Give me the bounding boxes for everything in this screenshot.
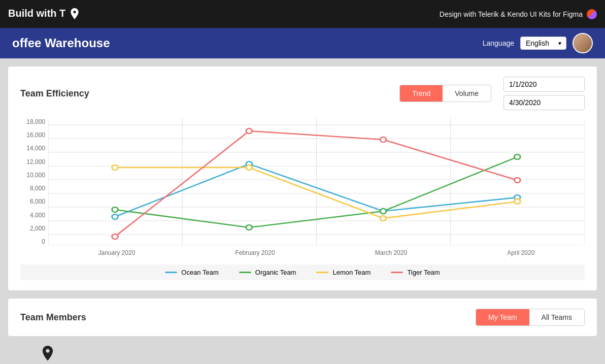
avatar[interactable] bbox=[573, 33, 593, 53]
y-axis: 18,000 16,000 14,000 12,000 10,000 8,000… bbox=[20, 118, 48, 245]
svg-point-29 bbox=[380, 137, 386, 142]
line-chart: 18,000 16,000 14,000 12,000 10,000 8,000… bbox=[20, 118, 585, 260]
start-date-input[interactable] bbox=[503, 77, 585, 92]
volume-button[interactable]: Volume bbox=[443, 85, 491, 102]
x-axis: January 2020 February 2020 March 2020 Ap… bbox=[48, 245, 585, 260]
legend-tiger-team: Tiger Team bbox=[391, 269, 440, 276]
main-content: Team Efficiency Trend Volume 18,000 16,0… bbox=[0, 58, 605, 364]
svg-point-24 bbox=[246, 165, 252, 170]
myteam-allteams-toggle: My Team All Teams bbox=[476, 309, 585, 326]
team-members-title: Team Members bbox=[20, 312, 86, 323]
legend-ocean-label: Ocean Team bbox=[181, 269, 218, 276]
team-efficiency-title: Team Efficiency bbox=[20, 88, 89, 99]
legend-lemon-team: Lemon Team bbox=[316, 269, 371, 276]
svg-point-15 bbox=[112, 214, 118, 219]
location-pin-icon-top bbox=[70, 8, 80, 20]
language-select-wrapper[interactable]: English French Spanish German bbox=[520, 37, 566, 50]
date-range bbox=[503, 77, 585, 110]
team-members-card: Team Members My Team All Teams bbox=[8, 299, 597, 336]
app-header: offee Warehouse Language English French … bbox=[0, 28, 605, 58]
trend-volume-toggle: Trend Volume bbox=[399, 85, 491, 102]
top-bar: Build with T Design with Telerik & Kendo… bbox=[0, 0, 605, 28]
avatar-image bbox=[574, 33, 592, 53]
svg-point-25 bbox=[380, 216, 386, 221]
end-date-input[interactable] bbox=[503, 95, 585, 110]
legend-tiger-line bbox=[391, 272, 403, 273]
chart-svg bbox=[48, 118, 585, 245]
language-label: Language bbox=[483, 39, 514, 47]
team-efficiency-header: Team Efficiency Trend Volume bbox=[20, 77, 585, 110]
svg-point-21 bbox=[380, 209, 386, 214]
svg-point-19 bbox=[112, 207, 118, 212]
chart-svg-container bbox=[48, 118, 585, 245]
chart-legend: Ocean Team Organic Team Lemon Team Tiger… bbox=[20, 264, 585, 280]
legend-lemon-line bbox=[316, 272, 328, 273]
legend-organic-label: Organic Team bbox=[255, 269, 296, 276]
svg-point-30 bbox=[514, 178, 520, 183]
svg-point-26 bbox=[514, 199, 520, 204]
build-with-label: Build with T bbox=[8, 8, 80, 20]
svg-point-27 bbox=[112, 234, 118, 239]
app-title: offee Warehouse bbox=[12, 36, 110, 50]
legend-lemon-label: Lemon Team bbox=[332, 269, 371, 276]
svg-point-22 bbox=[514, 154, 520, 159]
legend-organic-team: Organic Team bbox=[239, 269, 296, 276]
svg-point-23 bbox=[112, 165, 118, 170]
svg-point-20 bbox=[246, 225, 252, 230]
legend-tiger-label: Tiger Team bbox=[407, 269, 440, 276]
team-members-header: Team Members My Team All Teams bbox=[20, 309, 585, 326]
team-efficiency-card: Team Efficiency Trend Volume 18,000 16,0… bbox=[8, 67, 597, 290]
language-select[interactable]: English French Spanish German bbox=[520, 37, 566, 50]
legend-organic-line bbox=[239, 272, 251, 273]
trend-button[interactable]: Trend bbox=[400, 85, 443, 102]
svg-point-28 bbox=[246, 128, 252, 134]
all-teams-button[interactable]: All Teams bbox=[529, 309, 584, 325]
figma-icon bbox=[587, 9, 597, 19]
legend-ocean-line bbox=[165, 272, 177, 273]
design-with-label: Design with Telerik & Kendo UI Kits for … bbox=[440, 9, 597, 19]
legend-ocean-team: Ocean Team bbox=[165, 269, 218, 276]
my-team-button[interactable]: My Team bbox=[476, 309, 529, 325]
